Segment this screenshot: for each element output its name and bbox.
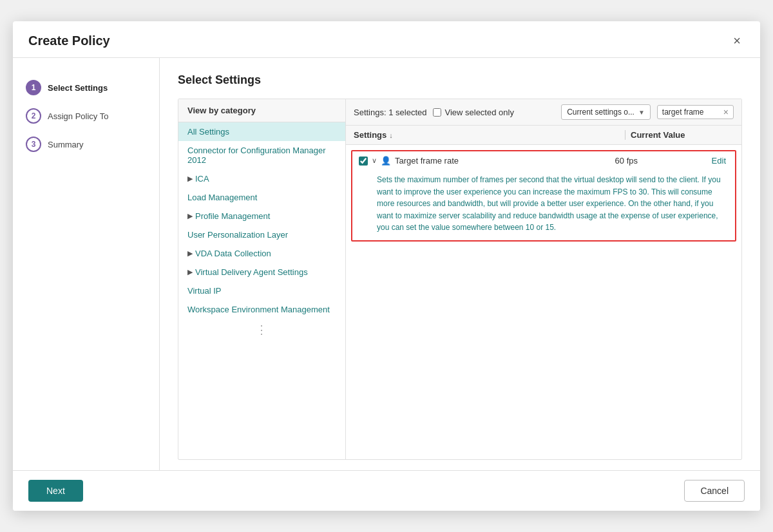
settings-count: Settings: 1 selected [354,108,426,117]
setting-checkbox[interactable] [359,157,368,166]
row-expand-icon[interactable]: ∨ [372,157,377,165]
sidebar-step-1[interactable]: 1 Select Settings [13,73,159,102]
close-button[interactable]: × [729,33,745,48]
page-title: Select Settings [178,73,742,87]
category-divider: ⋮ [178,319,345,341]
sort-icon: ↓ [389,131,393,139]
setting-value: 60 fps [615,156,705,166]
cat-item-virtual-delivery[interactable]: ▶ Virtual Delivery Agent Settings [178,263,345,281]
view-selected-label[interactable]: View selected only [433,108,513,117]
cat-item-vda-data[interactable]: ▶ VDA Data Collection [178,244,345,263]
setting-name: Target frame rate [395,156,611,166]
col-divider [625,130,625,140]
search-box: × [657,105,734,119]
cancel-button[interactable]: Cancel [684,480,745,502]
settings-toolbar: Settings: 1 selected View selected only … [346,99,741,126]
col-settings-header: Settings ↓ [354,130,620,140]
chevron-right-icon: ▶ [187,249,193,258]
sidebar: 1 Select Settings 2 Assign Policy To 3 S… [13,58,160,470]
view-selected-checkbox[interactable] [433,108,441,117]
create-policy-dialog: Create Policy × 1 Select Settings 2 Assi… [13,21,760,511]
cat-item-label: Connector for Configuration Manager 2012 [187,146,336,165]
sidebar-step-1-label: Select Settings [48,83,108,93]
cat-item-profile-management[interactable]: ▶ Profile Management [178,207,345,225]
setting-row-main: ∨ 👤 Target frame rate 60 fps Edit [352,151,735,170]
selected-setting-row: ∨ 👤 Target frame rate 60 fps Edit Sets t… [351,150,736,242]
sidebar-step-2-label: Assign Policy To [48,111,108,121]
chevron-right-icon: ▶ [187,212,193,220]
next-button[interactable]: Next [28,480,83,502]
cat-item-label: Workspace Environment Management [187,305,330,314]
cat-item-all-settings[interactable]: All Settings [178,122,345,141]
step-circle-2: 2 [26,108,41,124]
cat-item-user-personalization[interactable]: User Personalization Layer [178,225,345,244]
dialog-body: 1 Select Settings 2 Assign Policy To 3 S… [13,58,760,470]
cat-item-label: Virtual Delivery Agent Settings [195,267,308,277]
cat-item-ica[interactable]: ▶ ICA [178,169,345,188]
category-header: View by category [178,99,345,122]
dialog-header: Create Policy × [13,21,760,58]
content-area: View by category All Settings Connector … [178,99,742,460]
cat-item-label: ICA [195,174,209,184]
dropdown-label: Current settings o... [567,108,635,117]
edit-button[interactable]: Edit [709,156,729,166]
cat-item-virtual-ip[interactable]: Virtual IP [178,281,345,300]
cat-item-label: Profile Management [195,211,270,221]
cat-item-load-management[interactable]: Load Management [178,188,345,207]
step-circle-1: 1 [26,80,41,95]
chevron-right-icon: ▶ [187,268,193,276]
col-value-header: Current Value [631,130,734,140]
dialog-title: Create Policy [28,33,110,48]
cat-item-label: All Settings [187,127,229,137]
step-circle-3: 3 [26,137,41,152]
setting-description: Sets the maximum number of frames per se… [352,170,735,240]
cat-item-label: Load Management [187,193,257,202]
chevron-right-icon: ▶ [187,175,193,183]
table-header: Settings ↓ Current Value [346,126,741,145]
settings-panel: Settings: 1 selected View selected only … [346,99,741,459]
cat-item-connector[interactable]: Connector for Configuration Manager 2012 [178,141,345,169]
sidebar-step-2[interactable]: 2 Assign Policy To [13,102,159,130]
cat-item-label: Virtual IP [187,286,222,296]
user-icon: 👤 [381,156,391,166]
view-selected-text: View selected only [444,108,513,117]
cat-item-label: VDA Data Collection [195,249,271,258]
main-content: Select Settings View by category All Set… [160,58,760,470]
cat-item-label: User Personalization Layer [187,230,288,240]
search-input[interactable] [662,108,720,117]
chevron-down-icon: ▼ [638,109,645,116]
category-panel: View by category All Settings Connector … [178,99,346,459]
sidebar-step-3-label: Summary [48,140,84,149]
current-settings-dropdown[interactable]: Current settings o... ▼ [561,104,651,120]
dialog-footer: Next Cancel [13,470,760,511]
sidebar-step-3[interactable]: 3 Summary [13,130,159,158]
cat-item-workspace[interactable]: Workspace Environment Management [178,300,345,319]
search-clear-button[interactable]: × [723,108,729,117]
